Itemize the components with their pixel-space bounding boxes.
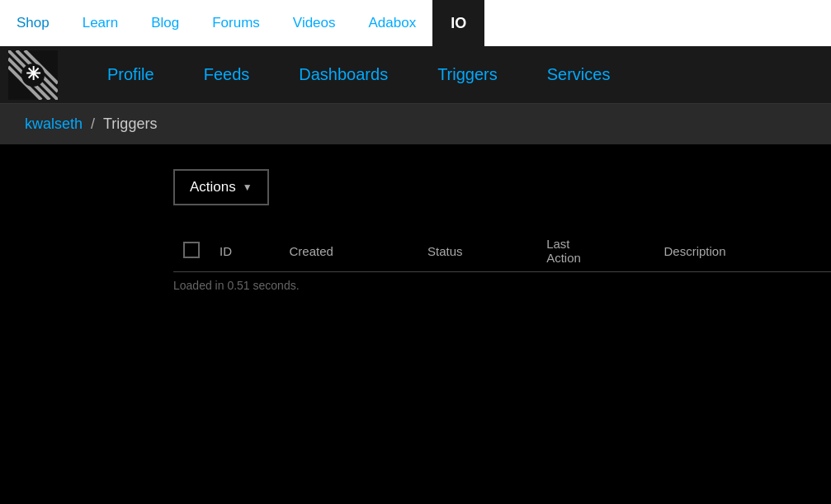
table-header-last-action: Last Action (536, 230, 654, 272)
actions-button-label: Actions (190, 179, 236, 195)
loaded-text: Loaded in 0.51 seconds. (173, 279, 831, 292)
select-all-checkbox[interactable] (183, 242, 200, 258)
logo: ✳ (8, 50, 58, 100)
secondary-nav-profile[interactable]: Profile (83, 46, 179, 103)
actions-button[interactable]: Actions ▼ (173, 169, 269, 205)
nav-learn[interactable]: Learn (66, 0, 135, 46)
chevron-down-icon: ▼ (243, 181, 253, 193)
secondary-nav-triggers[interactable]: Triggers (413, 46, 522, 103)
secondary-nav: ✳ Profile Feeds Dashboards Triggers Serv… (0, 46, 831, 104)
table-header-status: Status (418, 230, 536, 272)
table-header-id: ID (210, 230, 279, 272)
top-nav: Shop Learn Blog Forums Videos Adabox IO (0, 0, 831, 46)
logo-icon: ✳ (8, 50, 58, 100)
table-header-description: Description (654, 230, 831, 272)
breadcrumb-separator: / (91, 115, 95, 133)
nav-videos[interactable]: Videos (276, 0, 352, 46)
nav-shop[interactable]: Shop (0, 0, 66, 46)
nav-io[interactable]: IO (432, 0, 484, 46)
secondary-nav-dashboards[interactable]: Dashboards (274, 46, 413, 103)
secondary-nav-feeds[interactable]: Feeds (179, 46, 275, 103)
main-content: Actions ▼ ID Created Status Last Action … (0, 144, 831, 474)
nav-blog[interactable]: Blog (135, 0, 196, 46)
nav-adabox[interactable]: Adabox (352, 0, 433, 46)
triggers-table: ID Created Status Last Action Descriptio… (173, 230, 831, 272)
breadcrumb-user[interactable]: kwalseth (25, 115, 83, 133)
table-header-checkbox (173, 230, 210, 272)
secondary-nav-services[interactable]: Services (522, 46, 635, 103)
nav-forums[interactable]: Forums (196, 0, 276, 46)
breadcrumb: kwalseth / Triggers (0, 104, 831, 144)
svg-text:✳: ✳ (26, 64, 41, 84)
table-header-created: Created (279, 230, 418, 272)
breadcrumb-page: Triggers (103, 115, 157, 133)
